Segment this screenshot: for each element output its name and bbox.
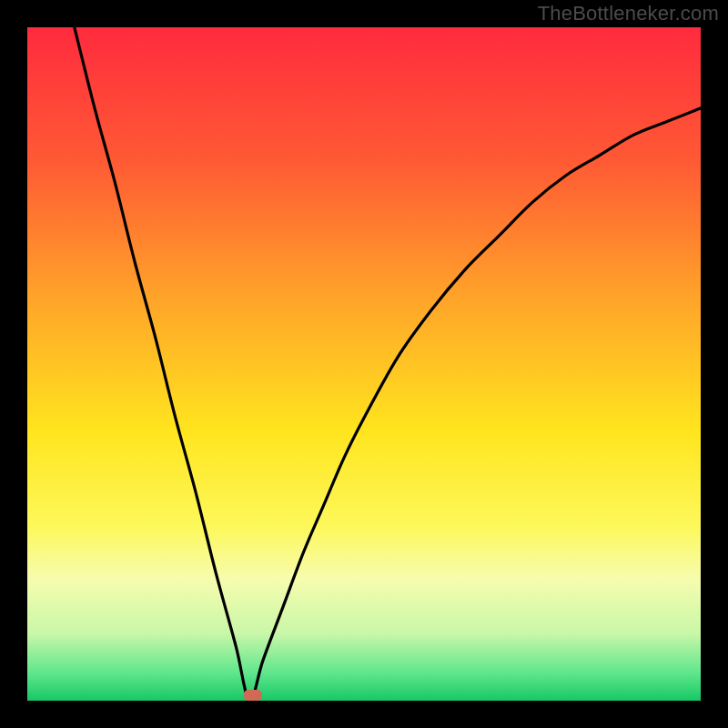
chart-frame: TheBottleneker.com	[0, 0, 728, 728]
plot-area	[27, 27, 701, 701]
gradient-background	[27, 27, 701, 701]
watermark-label: TheBottleneker.com	[538, 2, 719, 25]
plot-svg	[27, 27, 701, 701]
minimum-marker	[244, 690, 262, 701]
